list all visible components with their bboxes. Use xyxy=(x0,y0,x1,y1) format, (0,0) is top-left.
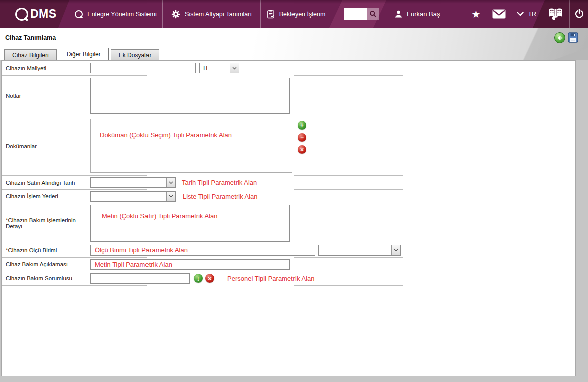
chevron-down-icon[interactable] xyxy=(517,12,524,16)
dropdown-arrow-icon xyxy=(391,245,400,255)
user-area: Furkan Baş ★ TR xyxy=(394,0,536,28)
bakim-sorumlusu-input[interactable] xyxy=(90,273,190,284)
tarih-value xyxy=(91,178,166,187)
row-cihazin-maliyeti: Cihazın Maliyeti TL xyxy=(2,61,403,76)
notlar-textarea[interactable] xyxy=(90,78,290,114)
row-bakim-sorumlusu: Cihazın Bakım Sorumlusu ↓ × Personel Tip… xyxy=(2,271,403,286)
menu-item-bekleyen-islerim[interactable]: Bekleyen İşlerim xyxy=(261,0,331,28)
olcu-birimi-value xyxy=(319,245,391,255)
form-rows: Cihazın Maliyeti TL Notlar xyxy=(2,61,403,286)
topbar-divider xyxy=(388,0,388,28)
row-islem-yerleri: Cihazın İşlem Yerleri Liste Tipli Parame… xyxy=(2,190,403,203)
olcu-birimi-input[interactable] xyxy=(90,245,315,256)
qdms-circle-icon xyxy=(75,10,83,18)
currency-value: TL xyxy=(200,63,230,73)
save-button[interactable] xyxy=(567,32,578,43)
tab-strip: Cihaz Bilgileri Diğer Bilgiler Ek Dosyal… xyxy=(4,48,159,60)
row-satin-alindigi-tarih: Cihazın Satın Alındığı Tarih Tarih Tipli… xyxy=(2,176,403,190)
page-title: Cihaz Tanımlama xyxy=(5,34,56,41)
menu-item-label: Entegre Yönetim Sistemi xyxy=(87,11,156,18)
header-decoration xyxy=(553,48,588,60)
mail-icon[interactable] xyxy=(492,9,506,19)
qdms-app-window: DMS Entegre Yönetim Sistemi xyxy=(0,0,588,382)
remove-icon[interactable]: − xyxy=(298,133,306,142)
help-book-icon[interactable] xyxy=(548,7,563,20)
row-notlar: Notlar xyxy=(2,76,403,116)
field-label: Cihazın Maliyeti xyxy=(6,65,90,71)
search-input[interactable] xyxy=(344,8,367,20)
back-button[interactable] xyxy=(554,32,565,43)
back-arrow-icon xyxy=(556,34,564,42)
favorites-star-icon[interactable]: ★ xyxy=(471,9,480,19)
menu-item-entegre-yonetim-sistemi[interactable]: Entegre Yönetim Sistemi xyxy=(69,0,163,28)
user-name[interactable]: Furkan Baş xyxy=(407,10,440,18)
field-label: *Cihazın Ölçü Birimi xyxy=(6,247,90,253)
dropdown-arrow-icon xyxy=(166,192,175,201)
row-bakim-aciklamasi: Cihaz Bakım Açıklaması xyxy=(2,258,403,271)
topbar-right-icons xyxy=(533,0,588,28)
field-label: Cihazın Bakım Sorumlusu xyxy=(6,275,90,281)
clipboard-tasks-icon xyxy=(267,9,275,19)
tab-cihaz-bilgileri[interactable]: Cihaz Bilgileri xyxy=(4,49,57,60)
dropdown-arrow-icon xyxy=(166,178,175,187)
parametric-field-annotation: Personel Tipli Parametrik Alan xyxy=(227,275,314,282)
gear-icon xyxy=(171,10,180,19)
user-icon[interactable] xyxy=(394,10,403,18)
topbar-divider xyxy=(569,0,570,28)
menu-item-sistem-altyapi-tanimlari[interactable]: Sistem Altyapı Tanımları xyxy=(163,0,261,28)
liste-value xyxy=(91,192,166,201)
bakim-detayi-textarea[interactable]: Metin (Çoklu Satır) Tipli Parametrik Ala… xyxy=(90,205,290,242)
dokumanlar-listbox[interactable]: Doküman (Çoklu Seçim) Tipli Parametrik A… xyxy=(90,119,292,173)
search-button[interactable] xyxy=(367,8,379,20)
field-label: Notlar xyxy=(6,93,90,99)
page-header: Cihaz Tanımlama Cihaz Bilgileri Diğer Bi… xyxy=(0,28,588,60)
global-search xyxy=(344,8,379,20)
field-label: Cihazın İşlem Yerleri xyxy=(6,193,90,199)
search-icon xyxy=(369,10,377,18)
select-person-icon[interactable]: ↓ xyxy=(194,274,203,283)
qdms-logo-icon xyxy=(15,8,28,21)
bakim-aciklamasi-input[interactable] xyxy=(90,259,290,270)
field-label: Cihaz Bakım Açıklaması xyxy=(6,261,90,267)
clear-icon[interactable]: × xyxy=(298,145,306,154)
menu-item-label: Bekleyen İşlerim xyxy=(279,11,326,18)
form-panel: Cihazın Maliyeti TL Notlar xyxy=(1,60,576,376)
row-olcu-birimi: *Cihazın Ölçü Birimi xyxy=(2,243,403,258)
row-dokumanlar: Dokümanlar Doküman (Çoklu Seçim) Tipli P… xyxy=(2,116,403,176)
header-toolbar xyxy=(554,32,578,43)
olcu-birimi-select[interactable] xyxy=(318,245,401,256)
field-label: *Cihazın Bakım işlemlerinin Detayı xyxy=(6,217,90,229)
tarih-select[interactable] xyxy=(90,177,176,188)
dokumanlar-actions: + − × xyxy=(298,121,306,154)
power-logout-icon[interactable] xyxy=(574,8,585,19)
add-icon[interactable]: + xyxy=(298,121,306,130)
top-navigation-bar: DMS Entegre Yönetim Sistemi xyxy=(0,0,588,28)
menu-item-label: Sistem Altyapı Tanımları xyxy=(185,11,252,18)
parametric-field-annotation: Doküman (Çoklu Seçim) Tipli Parametrik A… xyxy=(100,131,232,139)
currency-select[interactable]: TL xyxy=(199,63,239,73)
tab-diger-bilgiler[interactable]: Diğer Bilgiler xyxy=(59,48,109,60)
clear-person-icon[interactable]: × xyxy=(205,274,214,283)
main-menu: Entegre Yönetim Sistemi Sistem Altyapı T… xyxy=(69,0,331,28)
field-label: Cihazın Satın Alındığı Tarih xyxy=(6,180,90,186)
save-floppy-icon xyxy=(568,32,578,43)
qdms-logo-text: DMS xyxy=(30,7,57,21)
field-label: Dokümanlar xyxy=(6,143,90,149)
tab-ek-dosyalar[interactable]: Ek Dosyalar xyxy=(111,49,160,60)
dropdown-arrow-icon xyxy=(230,63,239,73)
logo-segment[interactable]: DMS xyxy=(0,0,69,28)
parametric-field-annotation: Liste Tipli Parametrik Alan xyxy=(183,193,258,200)
liste-select[interactable] xyxy=(90,191,176,202)
row-bakim-islemlerinin-detayi: *Cihazın Bakım işlemlerinin Detayı Metin… xyxy=(2,203,403,243)
parametric-field-annotation: Tarih Tipli Parametrik Alan xyxy=(182,179,257,186)
cihazin-maliyeti-input[interactable] xyxy=(90,63,196,73)
